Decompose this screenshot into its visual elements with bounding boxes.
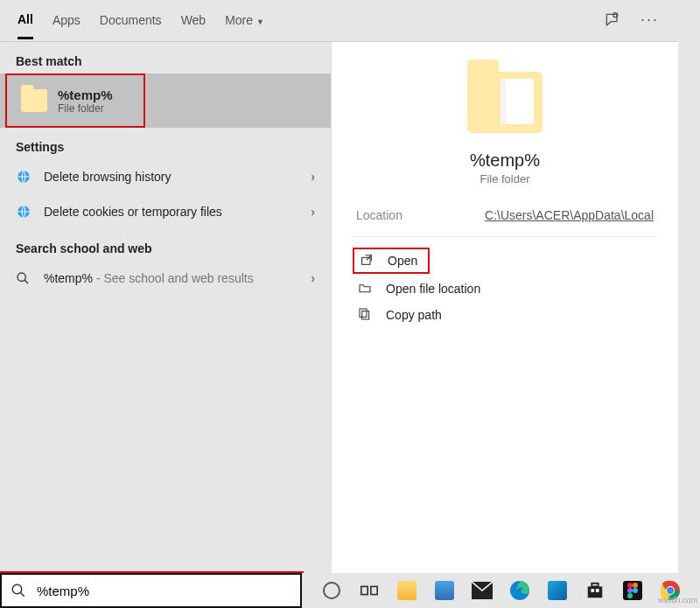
tab-web[interactable]: Web [181,13,206,38]
folder-open-icon [358,281,374,297]
tab-all[interactable]: All [18,12,33,39]
web-term: %temp% [44,271,93,285]
svg-rect-15 [592,584,598,587]
best-match-row[interactable]: %temp% File folder [0,73,331,128]
folder-icon [467,72,542,133]
svg-point-18 [627,583,633,588]
folder-icon [21,89,47,112]
location-value[interactable]: C:\Users\ACER\AppData\Local [485,208,654,222]
svg-rect-16 [591,589,594,592]
chevron-right-icon: › [311,170,315,184]
tab-documents[interactable]: Documents [100,13,162,38]
search-icon [10,583,26,598]
section-settings: Settings [0,128,331,159]
svg-rect-10 [361,586,368,594]
settings-item-delete-cookies[interactable]: Delete cookies or temporary files › [0,194,331,229]
svg-rect-11 [371,586,377,594]
file-explorer-icon[interactable] [396,579,418,602]
svg-rect-17 [596,589,599,592]
search-icon [16,271,33,285]
globe-icon [16,204,33,220]
action-label: Copy path [386,308,442,322]
svg-point-3 [18,273,25,281]
svg-point-21 [633,588,638,593]
cortana-icon[interactable] [321,579,343,602]
search-input[interactable] [35,583,291,599]
photos-icon[interactable] [546,579,568,602]
svg-rect-6 [362,311,369,319]
settings-label: Delete browsing history [44,170,172,184]
mail-icon[interactable] [472,579,494,602]
preview-title: %temp% [351,150,659,171]
open-icon [360,253,375,269]
web-search-item[interactable]: %temp% - See school and web results › [0,261,331,296]
action-open[interactable]: Open [353,248,430,274]
action-open-location[interactable]: Open file location [353,276,657,302]
tab-more[interactable]: More [225,13,264,38]
svg-point-8 [12,584,22,594]
search-tabs: All Apps Documents Web More ··· [0,0,678,42]
preview-panel: %temp% File folder Location C:\Users\ACE… [331,42,678,573]
search-box[interactable] [0,573,302,608]
svg-line-9 [20,592,24,597]
best-match-title: %temp% [58,87,113,102]
action-label: Open file location [386,282,480,296]
tab-apps[interactable]: Apps [52,13,80,38]
preview-actions: Open Open file location Copy path [351,237,659,337]
svg-line-4 [24,280,28,283]
watermark: wsxdn.com [658,596,697,605]
feedback-icon[interactable] [604,11,621,29]
action-label: Open [388,254,417,268]
svg-rect-14 [588,586,603,598]
action-copy-path[interactable]: Copy path [353,302,657,328]
best-match-subtitle: File folder [58,102,113,115]
store-icon[interactable] [584,579,606,602]
chevron-right-icon: › [311,271,315,285]
globe-icon [16,169,33,185]
settings-item-delete-history[interactable]: Delete browsing history › [0,159,331,194]
web-suffix: - See school and web results [93,271,254,285]
location-label: Location [356,208,402,222]
figma-icon[interactable] [621,579,643,602]
search-panel: All Apps Documents Web More ··· Best mat… [0,0,678,573]
task-view-icon[interactable] [359,579,381,602]
chevron-right-icon: › [311,205,315,219]
notepad-icon[interactable] [434,579,456,602]
svg-rect-5 [362,257,370,264]
taskbar [302,573,700,608]
section-best-match: Best match [0,42,331,73]
svg-point-22 [627,593,633,598]
copy-icon [358,307,374,323]
svg-point-19 [633,583,638,588]
more-icon[interactable]: ··· [640,10,659,29]
preview-subtitle: File folder [351,172,659,185]
section-web: Search school and web [0,229,331,261]
svg-point-20 [627,588,633,593]
results-list: Best match %temp% File folder Settings D… [0,42,331,573]
svg-point-25 [667,587,674,594]
svg-rect-7 [360,309,367,317]
settings-label: Delete cookies or temporary files [44,205,222,219]
edge-icon[interactable] [509,579,531,602]
